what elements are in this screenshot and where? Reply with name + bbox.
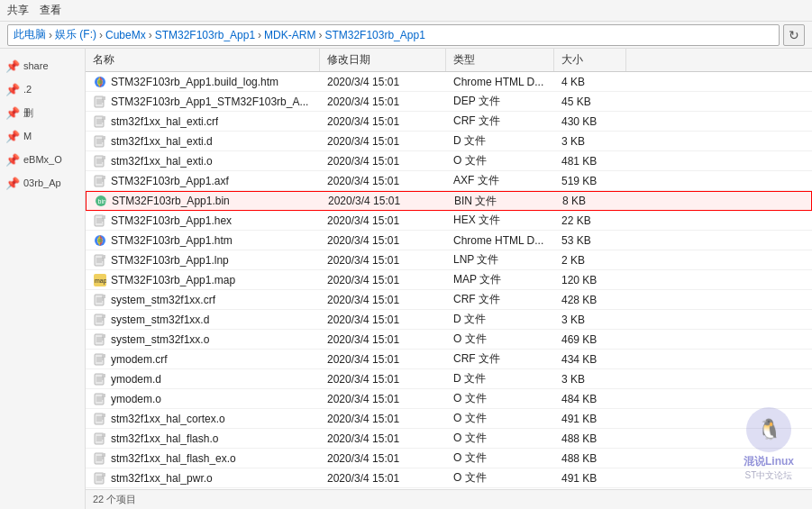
breadcrumb-mdkarm[interactable]: MDK-ARM xyxy=(264,29,315,41)
table-row[interactable]: stm32f1xx_hal_pwr.o2020/3/4 15:01O 文件491… xyxy=(86,468,812,488)
table-row[interactable]: STM32F103rb_App1.htm2020/3/4 15:01Chrome… xyxy=(86,231,812,250)
file-type-icon xyxy=(93,174,107,188)
table-row[interactable]: STM32F103rb_App1.hex2020/3/4 15:01HEX 文件… xyxy=(86,211,812,231)
svg-rect-76 xyxy=(102,414,105,417)
table-row[interactable]: stm32f1xx_hal_cortex.o2020/3/4 15:01O 文件… xyxy=(86,409,812,429)
breadcrumb-drive[interactable]: 娱乐 (F:) xyxy=(55,27,96,42)
breadcrumb-app1[interactable]: STM32F103rb_App1 xyxy=(155,29,255,41)
file-type-icon xyxy=(93,214,107,228)
table-row[interactable]: ymodem.crf2020/3/4 15:01CRF 文件434 KB xyxy=(86,350,812,369)
file-size: 430 KB xyxy=(554,114,626,130)
menu-view[interactable]: 查看 xyxy=(40,3,61,18)
table-row[interactable]: binSTM32F103rb_App1.bin2020/3/4 15:01BIN… xyxy=(86,191,812,211)
address-path[interactable]: 此电脑 › 娱乐 (F:) › CubeMx › STM32F103rb_App… xyxy=(7,24,780,46)
file-name-cell: stm32f1xx_hal_pwr.o xyxy=(86,471,320,486)
pin-icon-3: 📌 xyxy=(5,106,20,120)
table-row[interactable]: STM32F103rb_App1_STM32F103rb_A...2020/3/… xyxy=(86,92,812,112)
file-name-text: system_stm32f1xx.o xyxy=(111,333,209,346)
file-date: 2020/3/4 15:01 xyxy=(320,252,446,268)
table-row[interactable]: stm32f1xx_hal_exti.crf2020/3/4 15:01CRF … xyxy=(86,112,812,132)
col-header-name[interactable]: 名称 xyxy=(86,49,320,71)
svg-rect-24 xyxy=(102,176,105,179)
svg-rect-66 xyxy=(102,374,105,377)
address-bar: 此电脑 › 娱乐 (F:) › CubeMx › STM32F103rb_App… xyxy=(0,22,812,49)
left-panel-item-5[interactable]: 📌 eBMx_O xyxy=(0,148,85,171)
file-size: 491 KB xyxy=(554,411,626,427)
table-row[interactable]: stm32f1xx_hal_flash.o2020/3/4 15:01O 文件4… xyxy=(86,429,812,449)
left-panel: 📌 share 📌 .2 📌 删 📌 M 📌 eBMx_O 📌 03rb xyxy=(0,49,86,509)
file-name-cell: ymodem.o xyxy=(86,392,320,406)
file-type-icon xyxy=(93,451,107,466)
file-name-cell: binSTM32F103rb_App1.bin xyxy=(87,194,321,208)
column-headers: 名称 修改日期 类型 大小 xyxy=(86,49,812,72)
file-name-text: stm32f1xx_hal_exti.d xyxy=(111,135,213,148)
svg-point-2 xyxy=(98,79,103,84)
breadcrumb-final[interactable]: STM32F103rb_App1 xyxy=(324,29,424,41)
file-type-icon xyxy=(93,253,107,268)
left-panel-label-6: 03rb_Ap xyxy=(23,177,61,188)
file-name-cell: STM32F103rb_App1.axf xyxy=(86,174,320,188)
file-name-cell: stm32f1xx_hal_exti.d xyxy=(86,134,320,149)
file-name-cell: system_stm32f1xx.d xyxy=(86,313,320,327)
file-type: O 文件 xyxy=(446,389,554,408)
table-row[interactable]: ymodem.d2020/3/4 15:01D 文件3 KB xyxy=(86,369,812,389)
table-row[interactable]: STM32F103rb_App1.axf2020/3/4 15:01AXF 文件… xyxy=(86,171,812,191)
file-type: LNP 文件 xyxy=(446,250,554,269)
file-name-text: system_stm32f1xx.d xyxy=(111,314,209,326)
file-name-text: ymodem.d xyxy=(111,373,161,386)
left-panel-label-1: share xyxy=(23,60,49,71)
menu-share[interactable]: 共享 xyxy=(7,3,29,18)
file-date: 2020/3/4 15:01 xyxy=(320,213,446,229)
file-date: 2020/3/4 15:01 xyxy=(320,470,446,486)
table-row[interactable]: system_stm32f1xx.o2020/3/4 15:01O 文件469 … xyxy=(86,330,812,350)
table-row[interactable]: stm32f1xx_hal_flash_ex.o2020/3/4 15:01O … xyxy=(86,449,812,468)
left-panel-item-share[interactable]: 📌 share xyxy=(0,54,85,77)
table-row[interactable]: STM32F103rb_App1.lnp2020/3/4 15:01LNP 文件… xyxy=(86,250,812,270)
pin-icon-6: 📌 xyxy=(5,177,20,190)
file-type-icon xyxy=(93,432,107,446)
table-row[interactable]: stm32f1xx_hal_exti.o2020/3/4 15:01O 文件48… xyxy=(86,151,812,171)
refresh-button[interactable]: ↻ xyxy=(783,24,805,46)
col-header-date[interactable]: 修改日期 xyxy=(320,49,446,71)
file-name-cell: STM32F103rb_App1_STM32F103rb_A... xyxy=(86,95,320,109)
left-panel-item-6[interactable]: 📌 03rb_Ap xyxy=(0,171,85,195)
file-explorer-window: 共享 查看 此电脑 › 娱乐 (F:) › CubeMx › STM32F103… xyxy=(0,0,812,509)
left-panel-item-2[interactable]: 📌 .2 xyxy=(0,77,85,101)
file-name-text: STM32F103rb_App1.hex xyxy=(111,214,232,227)
file-size: 3 KB xyxy=(554,371,626,387)
menu-bar: 共享 查看 xyxy=(0,0,812,22)
file-name-text: STM32F103rb_App1.build_log.htm xyxy=(111,76,278,88)
left-panel-label-2: .2 xyxy=(23,84,32,95)
file-type-icon xyxy=(93,154,107,168)
breadcrumb-cubemx[interactable]: CubeMx xyxy=(105,29,146,41)
file-name-cell: STM32F103rb_App1.build_log.htm xyxy=(86,75,320,89)
file-size: 4 KB xyxy=(554,74,626,90)
svg-rect-51 xyxy=(102,314,105,318)
file-name-text: stm32f1xx_hal_cortex.o xyxy=(111,413,225,425)
table-row[interactable]: system_stm32f1xx.crf2020/3/4 15:01CRF 文件… xyxy=(86,290,812,310)
file-name-text: ymodem.crf xyxy=(111,353,168,366)
table-row[interactable]: system_stm32f1xx.d2020/3/4 15:01D 文件3 KB xyxy=(86,310,812,330)
file-name-cell: stm32f1xx_hal_flash.o xyxy=(86,432,320,446)
breadcrumb-computer[interactable]: 此电脑 xyxy=(14,27,46,42)
table-row[interactable]: STM32F103rb_App1.build_log.htm2020/3/4 1… xyxy=(86,72,812,92)
file-name-cell: stm32f1xx_hal_exti.o xyxy=(86,154,320,168)
left-panel-item-3[interactable]: 📌 删 xyxy=(0,101,85,124)
svg-point-37 xyxy=(98,238,103,242)
file-date: 2020/3/4 15:01 xyxy=(320,74,446,90)
file-name-text: stm32f1xx_hal_flash_ex.o xyxy=(111,452,236,465)
col-header-type[interactable]: 类型 xyxy=(446,49,554,71)
file-size: 484 KB xyxy=(554,391,626,407)
table-row[interactable]: mapSTM32F103rb_App1.map2020/3/4 15:01MAP… xyxy=(86,270,812,290)
col-header-size[interactable]: 大小 xyxy=(554,49,626,71)
file-type: DEP 文件 xyxy=(446,92,554,111)
table-row[interactable]: ymodem.o2020/3/4 15:01O 文件484 KB xyxy=(86,389,812,409)
svg-text:map: map xyxy=(95,277,106,285)
file-date: 2020/3/4 15:01 xyxy=(320,450,446,467)
file-type: HEX 文件 xyxy=(446,211,554,230)
file-name-cell: ymodem.d xyxy=(86,372,320,386)
main-panel: 名称 修改日期 类型 大小 STM32F103rb_App1.build_log… xyxy=(86,49,812,509)
left-panel-item-4[interactable]: 📌 M xyxy=(0,124,85,148)
table-row[interactable]: stm32f1xx_hal_exti.d2020/3/4 15:01D 文件3 … xyxy=(86,132,812,151)
file-type-icon: map xyxy=(93,273,107,287)
